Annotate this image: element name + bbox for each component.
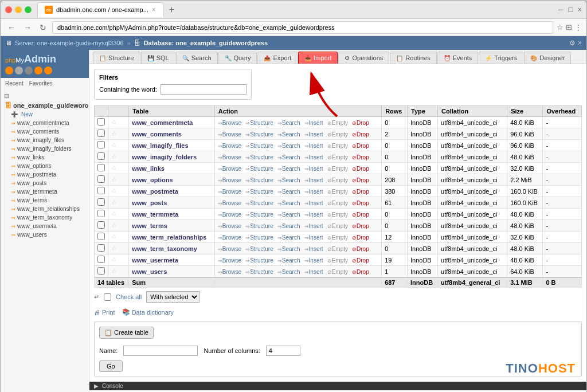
sidebar-item-www_imagify_files[interactable]: ⇒www_imagify_files [1, 136, 89, 144]
row-checkbox[interactable] [97, 187, 105, 194]
search-link[interactable]: Search [282, 269, 300, 275]
print-link[interactable]: 🖨 Print [94, 309, 115, 316]
close-banner-icon[interactable]: × [578, 39, 582, 47]
close-icon[interactable]: × [577, 5, 582, 14]
create-name-input[interactable] [123, 346, 198, 356]
sidebar-item-www_users[interactable]: ⇒www_users [1, 230, 89, 239]
table-name-link[interactable]: www_commentmeta [132, 119, 193, 126]
search-link[interactable]: Search [282, 200, 300, 206]
browse-link[interactable]: Browse [222, 234, 241, 241]
structure-link[interactable]: Structure [250, 131, 273, 138]
sidebar-item-www_comments[interactable]: ⇒www_comments [1, 127, 89, 136]
structure-link[interactable]: Structure [250, 143, 273, 149]
row-checkbox[interactable] [97, 256, 105, 263]
table-name-link[interactable]: www_imagify_files [132, 142, 188, 149]
empty-link[interactable]: Empty [332, 200, 348, 206]
create-columns-input[interactable] [266, 346, 300, 356]
minimize-icon[interactable]: ─ [558, 5, 563, 14]
reload-button[interactable]: ↻ [37, 22, 49, 33]
insert-link[interactable]: Insert [309, 211, 323, 218]
row-checkbox[interactable] [97, 130, 105, 137]
check-all-link[interactable]: Check all [116, 293, 142, 300]
browse-link[interactable]: Browse [222, 120, 241, 126]
sidebar-new-link[interactable]: New [21, 111, 33, 117]
back-button[interactable]: ← [5, 22, 18, 33]
empty-link[interactable]: Empty [332, 131, 348, 138]
insert-link[interactable]: Insert [309, 120, 323, 126]
star-icon[interactable]: ☆ [111, 119, 117, 126]
insert-link[interactable]: Insert [309, 269, 323, 275]
browse-link[interactable]: Browse [222, 211, 241, 218]
settings-icon[interactable]: ⚙ [569, 39, 576, 47]
sidebar-item-www_imagify_folders[interactable]: ⇒www_imagify_folders [1, 144, 89, 153]
tab-operations[interactable]: ⚙Operations [338, 52, 389, 64]
browse-link[interactable]: Browse [222, 246, 241, 252]
containing-word-input[interactable] [161, 84, 246, 95]
structure-link[interactable]: Structure [250, 211, 273, 218]
favorites-link[interactable]: Favorites [29, 80, 53, 87]
drop-link[interactable]: Drop [357, 200, 369, 206]
tab-query[interactable]: 🔧Query [218, 52, 257, 64]
insert-link[interactable]: Insert [309, 246, 323, 252]
browse-link[interactable]: Browse [222, 257, 241, 264]
table-name-link[interactable]: www_users [132, 268, 167, 275]
sidebar-collapse-icon[interactable]: ⊟ [1, 91, 89, 101]
bookmark-icon[interactable]: ☆ [557, 23, 563, 32]
extensions-icon[interactable]: ⊞ [566, 23, 572, 32]
structure-link[interactable]: Structure [250, 269, 273, 275]
row-checkbox[interactable] [97, 141, 105, 148]
drop-link[interactable]: Drop [357, 246, 369, 252]
search-link[interactable]: Search [282, 143, 300, 149]
insert-link[interactable]: Insert [309, 234, 323, 241]
table-name-link[interactable]: www_term_relationships [132, 234, 206, 241]
star-icon[interactable]: ☆ [111, 233, 117, 240]
empty-link[interactable]: Empty [332, 143, 348, 149]
restore-icon[interactable]: □ [569, 5, 573, 14]
insert-link[interactable]: Insert [309, 257, 323, 264]
search-link[interactable]: Search [282, 223, 300, 229]
insert-link[interactable]: Insert [309, 223, 323, 229]
structure-link[interactable]: Structure [250, 246, 273, 252]
insert-link[interactable]: Insert [309, 166, 323, 172]
table-name-link[interactable]: www_usermeta [132, 257, 178, 264]
row-checkbox[interactable] [97, 152, 105, 160]
drop-link[interactable]: Drop [357, 120, 369, 126]
table-name-link[interactable]: www_comments [132, 131, 182, 138]
sidebar-item-www_term_taxonomy[interactable]: ⇒www_term_taxonomy [1, 213, 89, 222]
star-icon[interactable]: ☆ [111, 245, 117, 252]
insert-link[interactable]: Insert [309, 189, 323, 195]
sidebar-item-www_term_relationships[interactable]: ⇒www_term_relationships [1, 205, 89, 213]
search-link[interactable]: Search [282, 234, 300, 241]
star-icon[interactable]: ☆ [111, 176, 117, 183]
empty-link[interactable]: Empty [332, 269, 348, 275]
filters-title[interactable]: Filters [99, 74, 246, 81]
sidebar-item-www_usermeta[interactable]: ⇒www_usermeta [1, 222, 89, 230]
star-icon[interactable]: ☆ [111, 256, 117, 263]
star-icon[interactable]: ☆ [111, 210, 117, 217]
sidebar-database-item[interactable]: 🗄 one_example_guideworo [1, 101, 89, 110]
tab-events[interactable]: ⏰Events [437, 52, 479, 64]
table-name-link[interactable]: www_term_taxonomy [132, 245, 197, 252]
sidebar-item-www_posts[interactable]: ⇒www_posts [1, 179, 89, 187]
browse-link[interactable]: Browse [222, 223, 241, 229]
sidebar-item-www_commentmeta[interactable]: ⇒www_commentmeta [1, 119, 89, 127]
data-dictionary-link[interactable]: 📚 Data dictionary [122, 308, 174, 316]
drop-link[interactable]: Drop [357, 189, 369, 195]
check-all-checkbox[interactable] [104, 293, 111, 301]
tab-export[interactable]: 📤Export [257, 52, 298, 64]
table-name-link[interactable]: www_posts [132, 199, 167, 206]
empty-link[interactable]: Empty [332, 257, 348, 264]
tab-designer[interactable]: 🎨Designer [524, 52, 571, 64]
empty-link[interactable]: Empty [332, 177, 348, 183]
go-button[interactable]: Go [99, 360, 123, 372]
structure-link[interactable]: Structure [250, 154, 273, 160]
sidebar-item-www_links[interactable]: ⇒www_links [1, 153, 89, 162]
drop-link[interactable]: Drop [357, 211, 369, 218]
sidebar-item-www_postmeta[interactable]: ⇒www_postmeta [1, 170, 89, 179]
empty-link[interactable]: Empty [332, 154, 348, 160]
search-link[interactable]: Search [282, 166, 300, 172]
menu-icon[interactable]: ⋮ [574, 23, 582, 32]
sidebar-item-www_terms[interactable]: ⇒www_terms [1, 196, 89, 205]
star-icon[interactable]: ☆ [111, 153, 117, 160]
star-icon[interactable]: ☆ [111, 130, 117, 137]
